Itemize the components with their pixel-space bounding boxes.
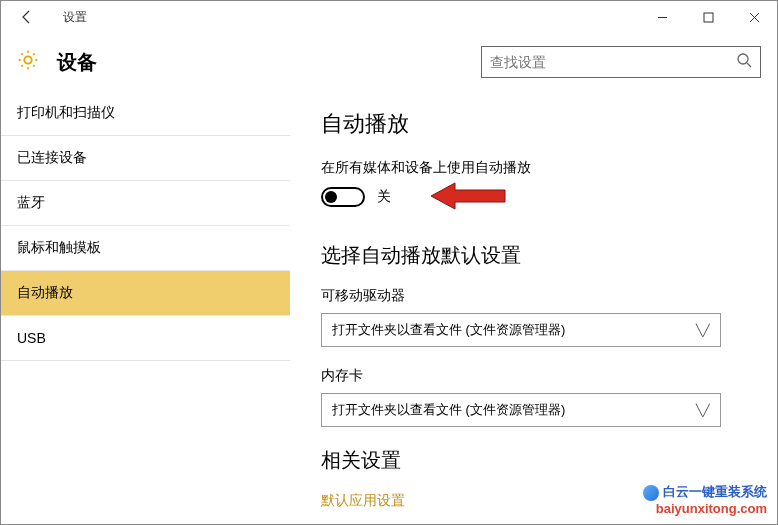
svg-line-3 — [747, 63, 751, 67]
main-panel: 自动播放 在所有媒体和设备上使用自动播放 关 选择自动播放默认设置 可移动驱动器… — [291, 91, 777, 524]
sidebar-item-mouse-touchpad[interactable]: 鼠标和触摸板 — [1, 226, 290, 271]
sidebar-item-label: USB — [17, 330, 46, 346]
memory-card-dropdown[interactable]: 打开文件夹以查看文件 (文件资源管理器) ╲╱ — [321, 393, 721, 427]
watermark-url: baiyunxitong.com — [643, 501, 767, 518]
watermark-title: 白云一键重装系统 — [663, 484, 767, 499]
watermark: 白云一键重装系统 baiyunxitong.com — [643, 484, 767, 518]
sidebar-item-printers[interactable]: 打印机和扫描仪 — [1, 91, 290, 136]
autoplay-description: 在所有媒体和设备上使用自动播放 — [321, 159, 747, 177]
chevron-down-icon: ╲╱ — [696, 404, 710, 417]
arrow-annotation-icon — [431, 179, 511, 217]
removable-drive-label: 可移动驱动器 — [321, 287, 747, 305]
titlebar: 设置 — [1, 1, 777, 33]
heading-related-settings: 相关设置 — [321, 447, 747, 474]
toggle-state-label: 关 — [377, 188, 391, 206]
gear-icon — [17, 49, 39, 75]
sidebar-item-autoplay[interactable]: 自动播放 — [1, 271, 290, 316]
maximize-button[interactable] — [685, 1, 731, 33]
removable-drive-dropdown[interactable]: 打开文件夹以查看文件 (文件资源管理器) ╲╱ — [321, 313, 721, 347]
chevron-down-icon: ╲╱ — [696, 324, 710, 337]
sidebar-item-label: 鼠标和触摸板 — [17, 239, 101, 257]
sidebar-item-label: 自动播放 — [17, 284, 73, 302]
autoplay-toggle[interactable] — [321, 187, 365, 207]
search-box[interactable] — [481, 46, 761, 78]
search-icon — [736, 52, 752, 72]
autoplay-toggle-row: 关 — [321, 187, 747, 207]
back-button[interactable] — [11, 1, 43, 33]
header: 设备 — [1, 33, 777, 91]
svg-marker-4 — [431, 183, 505, 209]
svg-rect-1 — [704, 13, 713, 22]
page-title: 设备 — [57, 49, 97, 76]
sidebar-item-connected-devices[interactable]: 已连接设备 — [1, 136, 290, 181]
sidebar-item-bluetooth[interactable]: 蓝牙 — [1, 181, 290, 226]
toggle-knob — [325, 191, 337, 203]
dropdown-value: 打开文件夹以查看文件 (文件资源管理器) — [332, 401, 565, 419]
sidebar-item-usb[interactable]: USB — [1, 316, 290, 361]
window-controls — [639, 1, 777, 33]
sidebar: 打印机和扫描仪 已连接设备 蓝牙 鼠标和触摸板 自动播放 USB — [1, 91, 291, 524]
search-input[interactable] — [490, 54, 736, 70]
minimize-button[interactable] — [639, 1, 685, 33]
heading-choose-defaults: 选择自动播放默认设置 — [321, 242, 747, 269]
dropdown-value: 打开文件夹以查看文件 (文件资源管理器) — [332, 321, 565, 339]
watermark-logo-icon — [643, 485, 659, 501]
sidebar-item-label: 打印机和扫描仪 — [17, 104, 115, 122]
sidebar-item-label: 蓝牙 — [17, 194, 45, 212]
window-title: 设置 — [63, 9, 87, 26]
svg-point-2 — [738, 54, 748, 64]
close-button[interactable] — [731, 1, 777, 33]
content: 打印机和扫描仪 已连接设备 蓝牙 鼠标和触摸板 自动播放 USB 自动播放 在所… — [1, 91, 777, 524]
sidebar-item-label: 已连接设备 — [17, 149, 87, 167]
memory-card-label: 内存卡 — [321, 367, 747, 385]
heading-autoplay: 自动播放 — [321, 109, 747, 139]
